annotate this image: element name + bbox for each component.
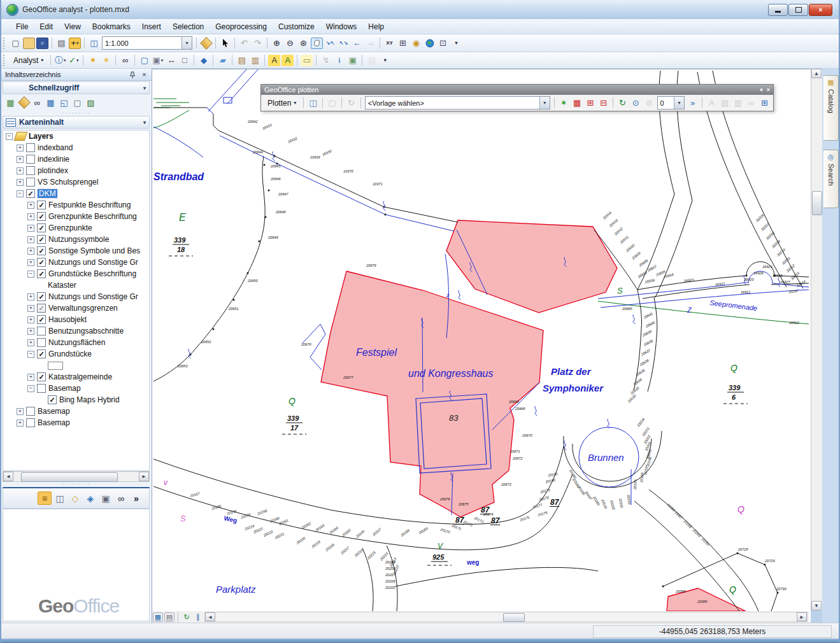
layer-nutzungssymbole[interactable]: +✓Nutzungssymbole <box>3 234 149 245</box>
forward-extent-icon[interactable]: → <box>364 38 376 49</box>
editor-tasks-icon[interactable]: ✓▾ <box>68 55 80 66</box>
pin-icon[interactable] <box>127 70 137 79</box>
layer-label[interactable]: Grundstücke <box>48 350 92 358</box>
layer-symbol[interactable] <box>3 360 149 371</box>
area-polygon-icon[interactable]: ▰ <box>217 55 229 66</box>
layer-label[interactable]: Benutzungsabschnitte <box>48 327 124 336</box>
expand-icon[interactable]: + <box>27 305 34 312</box>
layer-nutzungs-und-sonstige-gr[interactable]: +✓Nutzungs und Sonstige Gr <box>3 291 149 302</box>
menu-geoprocessing[interactable]: Geoprocessing <box>210 20 273 33</box>
layer-katastralgemeinde[interactable]: +✓Katastralgemeinde <box>3 371 149 383</box>
map-hscroll-thumb[interactable] <box>503 613 525 622</box>
plotten-close-icon[interactable]: × <box>767 87 770 93</box>
layer-label[interactable]: Grundstücke Beschriftung <box>48 269 136 278</box>
layer-label[interactable]: Verwaltungsgrenzen <box>48 304 118 313</box>
list-by-selection-icon[interactable]: ◈ <box>83 491 97 505</box>
map-scroll-up-icon[interactable]: ▲ <box>811 69 822 78</box>
toolbar-overflow-icon[interactable]: ▾ <box>450 38 462 49</box>
menu-selection[interactable]: Selection <box>167 20 210 33</box>
expand-icon[interactable]: + <box>27 248 34 255</box>
toc-find-icon[interactable]: ∞ <box>114 491 128 505</box>
collapse-icon[interactable]: − <box>17 190 24 197</box>
vorlage-combo-arrow-icon[interactable]: ▾ <box>539 97 550 109</box>
count-combo[interactable]: 0▾ <box>657 96 685 110</box>
tab-search[interactable]: ◎Search <box>823 150 839 208</box>
layer-label[interactable]: Katastralgemeinde <box>48 372 112 381</box>
map-horizontal-scrollbar[interactable]: ◄ ► <box>204 612 808 622</box>
expand-icon[interactable]: + <box>27 225 34 232</box>
map-canvas[interactable]: 2064420645206462064720648206492065020651… <box>152 69 809 611</box>
close-button[interactable]: × <box>809 4 832 16</box>
toc-more-icon[interactable]: » <box>129 491 143 505</box>
expand-icon[interactable]: + <box>27 259 34 266</box>
layer-vs-schulsprengel[interactable]: +VS Schulsprengel <box>3 176 149 188</box>
layer-checkbox[interactable]: ✓ <box>37 223 46 232</box>
plot-settings-icon[interactable]: ◫ <box>307 97 319 109</box>
layer-checkbox[interactable]: ✓ <box>37 246 46 255</box>
measure-icon[interactable]: ↔ <box>165 55 177 66</box>
count-combo-arrow-icon[interactable]: ▾ <box>674 97 684 109</box>
layer-plotindex[interactable]: +plotindex <box>3 165 149 176</box>
map-scroll-left-icon[interactable]: ◄ <box>205 612 215 621</box>
image-capture-icon[interactable]: ▨ <box>85 97 97 108</box>
more-plots-icon[interactable]: » <box>687 97 699 109</box>
layer-checkbox[interactable]: ✓ <box>48 395 57 404</box>
scroll-right-icon[interactable]: ► <box>139 472 149 481</box>
label-a-icon[interactable]: A <box>268 55 280 66</box>
go-to-xy-icon[interactable]: XY <box>383 38 395 49</box>
layer-hausobjekt[interactable]: +✓Hausobjekt <box>3 314 149 325</box>
scale-combo-arrow-icon[interactable]: ▾ <box>182 37 192 49</box>
layer-checkbox[interactable] <box>26 143 35 152</box>
new-plot-series-icon[interactable]: ✶ <box>558 97 570 109</box>
fixed-zoom-out-icon[interactable]: ↖↘ <box>338 38 350 49</box>
layer-grenzpunkte[interactable]: +✓Grenzpunkte <box>3 222 149 234</box>
map-scroll-down-icon[interactable]: ▼ <box>811 601 822 611</box>
lightning-icon[interactable]: ↯ <box>320 55 332 66</box>
layer-nutzungsfl-chen[interactable]: +Nutzungsflächen <box>3 337 149 348</box>
layer-checkbox[interactable]: ✓ <box>37 201 46 209</box>
layer-festpunkte-beschriftung[interactable]: +✓Festpunkte Beschriftung <box>3 199 149 211</box>
menu-bookmarks[interactable]: Bookmarks <box>87 20 136 33</box>
layer-label[interactable]: indexlinie <box>38 155 69 164</box>
layer-verwaltungsgrenzen[interactable]: +✓Verwaltungsgrenzen <box>3 302 149 314</box>
vorlage-combo[interactable]: <Vorlage wählen>▾ <box>365 96 550 110</box>
menu-view[interactable]: View <box>59 20 87 33</box>
html-popup-icon[interactable]: ▣ <box>346 55 359 66</box>
menu-help[interactable]: Help <box>362 20 390 33</box>
find-icon[interactable]: ◉ <box>410 38 422 49</box>
refresh-series-icon[interactable]: ↻ <box>616 97 629 109</box>
clear-selection-icon[interactable]: ▣▾ <box>152 55 164 66</box>
toolbar2-overflow-icon[interactable]: ▾ <box>379 55 391 66</box>
layer-info-icon[interactable]: ⓘ▾ <box>54 55 66 66</box>
menu-windows[interactable]: Windows <box>320 20 363 33</box>
list-by-drawing-order-icon[interactable]: ≡ <box>38 491 52 505</box>
layer-checkbox[interactable] <box>26 407 35 416</box>
zoom-in-icon[interactable]: ⊕ <box>271 38 283 49</box>
layer-indexband[interactable]: +indexband <box>3 142 149 153</box>
callout-icon[interactable]: ▭ <box>301 55 313 66</box>
expand-icon[interactable]: + <box>27 202 34 209</box>
attribute-table-icon[interactable]: ▦ <box>45 97 57 108</box>
layer-label[interactable]: Sonstige Symbole und Bes <box>48 246 140 255</box>
layer-label[interactable]: Nutzungsflächen <box>48 338 105 347</box>
expand-icon[interactable]: + <box>27 374 34 381</box>
layer-label[interactable]: Layers <box>29 132 53 141</box>
layer-checkbox[interactable] <box>37 338 46 347</box>
layout-view-icon[interactable]: ▤ <box>164 612 174 622</box>
select-features-icon[interactable]: ▢ <box>138 55 150 66</box>
layer-nutzungs-und-sonstige-gr[interactable]: +✓Nutzungs und Sonstige Gr <box>3 257 149 268</box>
expand-icon[interactable]: + <box>27 236 34 243</box>
menu-file[interactable]: File <box>10 20 34 33</box>
plotten-menu-button[interactable]: Plotten▾ <box>263 96 301 110</box>
layer-label[interactable]: VS Schulsprengel <box>38 178 98 187</box>
layer-layers[interactable]: −Layers <box>3 131 149 142</box>
label-a-green-icon[interactable]: A <box>281 55 294 66</box>
expand-icon[interactable]: + <box>27 328 34 335</box>
layer-label[interactable]: Kataster <box>48 281 76 290</box>
pause-drawing-icon[interactable]: ∥ <box>193 612 203 622</box>
layer-checkbox[interactable]: ✓ <box>37 235 46 244</box>
collapse-icon[interactable]: − <box>6 133 13 140</box>
layer-checkbox[interactable]: ✓ <box>37 304 46 313</box>
select-arrow-icon[interactable] <box>219 38 231 49</box>
toc-display-icon[interactable]: ▦ <box>4 97 17 108</box>
